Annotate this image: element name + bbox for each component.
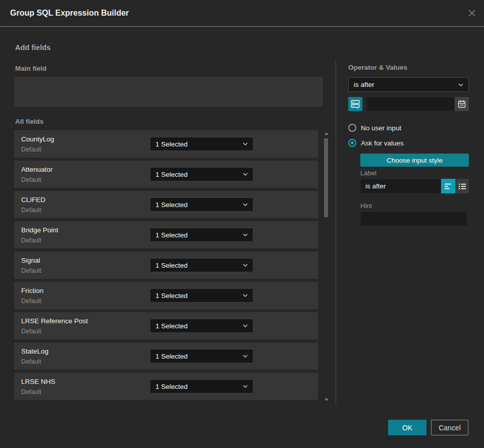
chevron-down-icon <box>243 203 248 206</box>
scroll-down-icon[interactable] <box>325 399 329 401</box>
field-name: StateLog <box>21 347 48 355</box>
chevron-down-icon <box>243 355 248 358</box>
field-name: Signal <box>21 257 40 264</box>
field-row: Bridge Point Default 1 Selected <box>14 221 318 248</box>
chevron-down-icon <box>243 233 248 236</box>
field-sub-label: Default <box>21 328 41 335</box>
cancel-button[interactable]: Cancel <box>431 420 468 435</box>
field-row: CountyLog Default 1 Selected <box>14 130 318 158</box>
label-input[interactable] <box>360 179 441 193</box>
date-picker-button[interactable] <box>455 97 469 111</box>
chevron-down-icon <box>243 173 248 176</box>
field-value-select-value: 1 Selected <box>155 322 240 330</box>
field-value-select[interactable]: 1 Selected <box>150 197 253 212</box>
bullet-list-icon <box>458 183 466 190</box>
field-value-select[interactable]: 1 Selected <box>150 258 253 272</box>
field-value-select-value: 1 Selected <box>155 262 240 269</box>
operator-select[interactable]: is after <box>348 77 469 92</box>
field-sub-label: Default <box>21 267 41 274</box>
radio-no-user-input-label: No user input <box>361 124 401 132</box>
field-sub-label: Default <box>21 207 41 214</box>
field-value-select[interactable]: 1 Selected <box>150 349 253 363</box>
field-name: Bridge Point <box>21 226 59 234</box>
radio-circle-unselected <box>348 124 356 132</box>
chevron-down-icon <box>243 324 248 327</box>
radio-no-user-input[interactable]: No user input <box>348 124 401 132</box>
field-value-select[interactable]: 1 Selected <box>150 288 253 303</box>
field-value-select-value: 1 Selected <box>155 292 240 300</box>
all-fields-heading: All fields <box>15 118 43 125</box>
scroll-up-icon[interactable] <box>325 132 329 135</box>
choose-input-style-button[interactable]: Choose input style <box>360 154 469 167</box>
all-fields-list: CountyLog Default 1 Selected Attenuator … <box>14 130 318 400</box>
scrollbar-thumb[interactable] <box>324 138 328 217</box>
hint-caption: Hint <box>360 202 372 210</box>
chevron-down-icon <box>458 83 463 86</box>
field-value-select[interactable]: 1 Selected <box>150 228 253 242</box>
ok-button[interactable]: OK <box>388 420 426 435</box>
field-name: Friction <box>21 287 43 294</box>
add-fields-heading: Add fields <box>15 43 50 52</box>
chevron-down-icon <box>243 142 248 145</box>
chevron-down-icon <box>243 294 248 297</box>
field-row: Signal Default 1 Selected <box>14 252 318 279</box>
field-sub-label: Default <box>21 176 41 183</box>
header-divider <box>0 26 484 27</box>
field-row: StateLog Default 1 Selected <box>14 342 318 370</box>
field-value-select-value: 1 Selected <box>155 353 240 360</box>
field-sub-label: Default <box>21 237 41 244</box>
dialog-titlebar: Group SQL Expression Builder <box>0 0 484 26</box>
operator-values-heading: Operator & Values <box>348 64 407 71</box>
field-row: LRSE NHS Default 1 Selected <box>14 373 318 400</box>
chevron-down-icon <box>243 264 248 267</box>
field-sub-label: Default <box>21 297 41 305</box>
fields-list-scrollbar <box>324 130 330 404</box>
unique-values-button[interactable] <box>348 97 362 111</box>
operator-select-value: is after <box>354 81 455 88</box>
field-sub-label: Default <box>21 146 41 153</box>
field-name: LRSE NHS <box>21 378 56 385</box>
main-field-heading: Main field <box>15 65 46 72</box>
group-sql-expression-builder-dialog: Group SQL Expression Builder Add fields … <box>0 0 484 448</box>
close-icon[interactable] <box>467 8 477 18</box>
field-value-select-value: 1 Selected <box>155 171 240 178</box>
dialog-title: Group SQL Expression Builder <box>10 0 129 26</box>
field-sub-label: Default <box>21 388 41 395</box>
field-row: Friction Default 1 Selected <box>14 282 318 309</box>
calendar-icon <box>458 100 466 108</box>
field-name: CountyLog <box>21 135 54 143</box>
bullet-list-style-button[interactable] <box>455 179 469 193</box>
chevron-down-icon <box>243 385 248 388</box>
radio-circle-selected <box>348 139 356 147</box>
radio-ask-for-values[interactable]: Ask for values <box>348 139 404 147</box>
align-left-style-button[interactable] <box>441 179 455 193</box>
field-value-select-value: 1 Selected <box>155 201 240 209</box>
field-value-select-value: 1 Selected <box>155 231 240 239</box>
main-field-container: CountyLog | Default To Date <box>14 77 323 107</box>
field-value-select[interactable]: 1 Selected <box>150 137 253 151</box>
field-name: Attenuator <box>21 166 52 173</box>
field-value-select-value: 1 Selected <box>155 383 240 390</box>
field-value-select-value: 1 Selected <box>155 140 240 148</box>
values-stack-icon <box>351 99 360 109</box>
align-left-icon <box>444 183 452 190</box>
field-name: LRSE Reference Post <box>21 317 88 325</box>
field-row: LRSE Reference Post Default 1 Selected <box>14 312 318 339</box>
field-value-select[interactable]: 1 Selected <box>150 379 253 393</box>
field-value-select[interactable]: 1 Selected <box>150 167 253 181</box>
field-sub-label: Default <box>21 358 41 365</box>
radio-ask-for-values-label: Ask for values <box>361 139 404 147</box>
panel-divider <box>336 61 336 405</box>
field-row: CLIFED Default 1 Selected <box>14 191 318 218</box>
value-date-input[interactable] <box>366 97 455 111</box>
field-value-select[interactable]: 1 Selected <box>150 319 253 333</box>
field-name: CLIFED <box>21 196 45 204</box>
label-caption: Label <box>360 169 377 177</box>
field-row: Attenuator Default 1 Selected <box>14 161 318 188</box>
hint-input[interactable] <box>360 212 467 226</box>
